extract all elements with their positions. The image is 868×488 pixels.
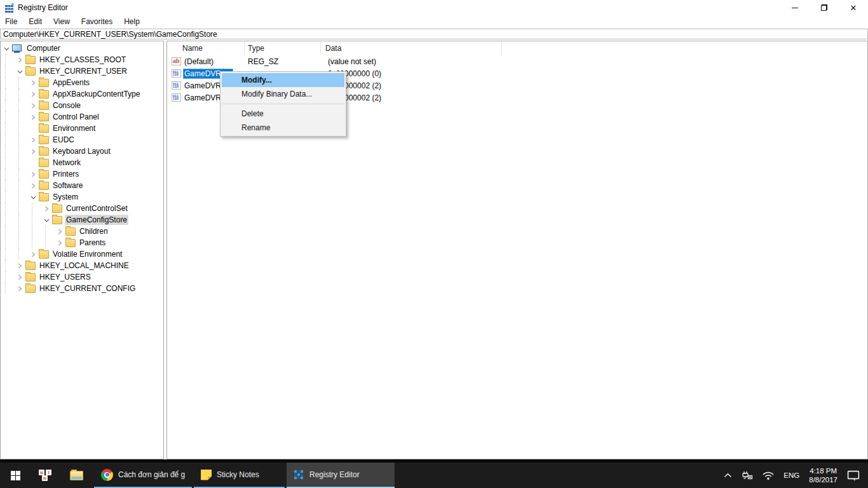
chevron-collapsed-icon[interactable] xyxy=(29,77,37,88)
tree-item-label: HKEY_USERS xyxy=(38,272,92,282)
chevron-expanded-icon[interactable] xyxy=(16,65,24,77)
chevron-collapsed-icon[interactable] xyxy=(29,180,37,191)
chevron-collapsed-icon[interactable] xyxy=(29,100,37,111)
context-menu-item-rename[interactable]: Rename xyxy=(222,121,344,135)
registry-editor-app-icon xyxy=(4,3,14,13)
tree-item-eudc[interactable]: EUDC xyxy=(1,134,163,146)
menu-edit[interactable]: Edit xyxy=(23,16,48,27)
tree-item-label: Children xyxy=(78,226,109,236)
context-menu-item-delete[interactable]: Delete xyxy=(222,107,344,121)
tree-item-label: Control Panel xyxy=(51,112,100,122)
chevron-collapsed-icon[interactable] xyxy=(56,226,64,237)
tree-item-label: HKEY_LOCAL_MACHINE xyxy=(38,261,130,271)
tree-item-label: Volatile Environment xyxy=(51,249,123,259)
chevron-collapsed-icon[interactable] xyxy=(29,88,37,100)
tree-item-appxbackupcontenttype[interactable]: AppXBackupContentType xyxy=(1,88,163,100)
hidden-icons-button[interactable] xyxy=(719,463,736,488)
tree-item-console[interactable]: Console xyxy=(1,100,163,111)
tree-item-computer[interactable]: Computer xyxy=(1,43,163,54)
tree-item-software[interactable]: Software xyxy=(1,180,163,191)
tree-guide-line xyxy=(18,134,19,146)
unikey-button[interactable]: u i n xyxy=(31,463,61,488)
tree-item-printers[interactable]: Printers xyxy=(1,168,163,180)
value-row-default[interactable]: (Default)REG_SZ(value not set) xyxy=(167,55,867,67)
tree-item-label: Network xyxy=(51,158,82,168)
chevron-collapsed-icon[interactable] xyxy=(29,134,37,146)
clock[interactable]: 4:18 PM 8/8/2017 xyxy=(804,466,843,484)
tree-item-appevents[interactable]: AppEvents xyxy=(1,77,163,88)
folder-icon xyxy=(52,205,62,213)
tree-guide-line xyxy=(5,180,6,191)
wifi-icon xyxy=(762,471,775,480)
tree-item-keyboard-layout[interactable]: Keyboard Layout xyxy=(1,146,163,157)
chevron-expanded-icon[interactable] xyxy=(43,214,51,226)
taskbar-task-sticky-notes[interactable]: Sticky Notes xyxy=(194,463,285,488)
chevron-collapsed-icon[interactable] xyxy=(56,237,64,248)
menu-view[interactable]: View xyxy=(48,16,76,27)
context-menu-item-modify-binary-data[interactable]: Modify Binary Data... xyxy=(222,87,344,101)
start-button[interactable] xyxy=(0,463,31,488)
chevron-expanded-icon[interactable] xyxy=(29,191,37,203)
chevron-collapsed-icon[interactable] xyxy=(29,168,37,180)
menu-file[interactable]: File xyxy=(0,16,23,27)
tree-item-volatile-environment[interactable]: Volatile Environment xyxy=(1,248,163,260)
taskbar: u i n Cách đơn giản để g...Sticky NotesR… xyxy=(0,463,868,488)
context-menu-item-modify[interactable]: Modify... xyxy=(222,73,344,87)
tree-item-hkey-users[interactable]: HKEY_USERS xyxy=(1,271,163,283)
chevron-collapsed-icon[interactable] xyxy=(29,111,37,123)
chevron-collapsed-icon[interactable] xyxy=(16,283,24,294)
tree-item-hkey-current-config[interactable]: HKEY_CURRENT_CONFIG xyxy=(1,283,163,294)
tree-item-currentcontrolset[interactable]: CurrentControlSet xyxy=(1,203,163,214)
chevron-collapsed-icon[interactable] xyxy=(16,271,24,283)
tree-guide-line xyxy=(18,248,19,260)
tree-item-control-panel[interactable]: Control Panel xyxy=(1,111,163,123)
chevron-collapsed-icon[interactable] xyxy=(16,54,24,65)
restore-button[interactable] xyxy=(810,0,839,15)
tree-item-network[interactable]: Network xyxy=(1,157,163,168)
minimize-icon xyxy=(792,8,798,8)
column-header-name[interactable]: Name xyxy=(167,41,245,55)
tree-item-label: Console xyxy=(51,100,82,111)
tree-guide-line xyxy=(5,283,6,294)
tree-item-children[interactable]: Children xyxy=(1,226,163,237)
power-plug-button[interactable] xyxy=(736,463,757,488)
tree-item-label: Environment xyxy=(51,123,97,133)
file-explorer-button[interactable] xyxy=(61,463,92,488)
taskbar-task-c-ch-n-gi-n-g[interactable]: Cách đơn giản để g... xyxy=(94,463,192,488)
chevron-collapsed-icon[interactable] xyxy=(29,248,37,260)
chevron-collapsed-icon[interactable] xyxy=(16,260,24,271)
close-button[interactable]: ✕ xyxy=(839,0,868,15)
tree-guide-line xyxy=(5,226,6,237)
action-center-button[interactable] xyxy=(843,463,864,488)
address-input[interactable] xyxy=(1,29,867,39)
chrome-icon xyxy=(101,469,113,481)
chevron-collapsed-icon[interactable] xyxy=(29,146,37,157)
language-indicator[interactable]: ENG xyxy=(779,463,804,488)
tree-guide-line xyxy=(18,100,19,111)
folder-icon xyxy=(39,170,49,179)
tree-item-label: HKEY_CURRENT_CONFIG xyxy=(38,283,137,294)
menu-favorites[interactable]: Favorites xyxy=(76,16,118,27)
tree-item-hkey-classes-root[interactable]: HKEY_CLASSES_ROOT xyxy=(1,54,163,65)
tree-item-system[interactable]: System xyxy=(1,191,163,203)
tree-item-hkey-current-user[interactable]: HKEY_CURRENT_USER xyxy=(1,65,163,77)
value-data-cell: 0x00000002 (2) xyxy=(321,81,502,90)
column-header-data[interactable]: Data xyxy=(321,41,502,55)
tree-guide-line xyxy=(5,157,6,168)
tree-item-environment[interactable]: Environment xyxy=(1,123,163,134)
folder-icon xyxy=(39,136,49,144)
minimize-button[interactable] xyxy=(780,0,810,15)
chevron-collapsed-icon[interactable] xyxy=(43,203,51,214)
taskbar-task-registry-editor[interactable]: Registry Editor xyxy=(287,463,395,488)
tree-item-label: GameConfigStore xyxy=(65,215,128,225)
folder-icon xyxy=(39,90,49,98)
string-value-icon xyxy=(172,57,181,65)
menu-help[interactable]: Help xyxy=(118,16,146,27)
wifi-button[interactable] xyxy=(757,463,779,488)
tree-item-hkey-local-machine[interactable]: HKEY_LOCAL_MACHINE xyxy=(1,260,163,271)
chevron-expanded-icon[interactable] xyxy=(3,43,11,54)
value-data-cell: 0x00000000 (0) xyxy=(321,69,502,78)
column-header-type[interactable]: Type xyxy=(245,41,321,55)
tree-item-gameconfigstore[interactable]: GameConfigStore xyxy=(1,214,163,226)
tree-item-parents[interactable]: Parents xyxy=(1,237,163,248)
